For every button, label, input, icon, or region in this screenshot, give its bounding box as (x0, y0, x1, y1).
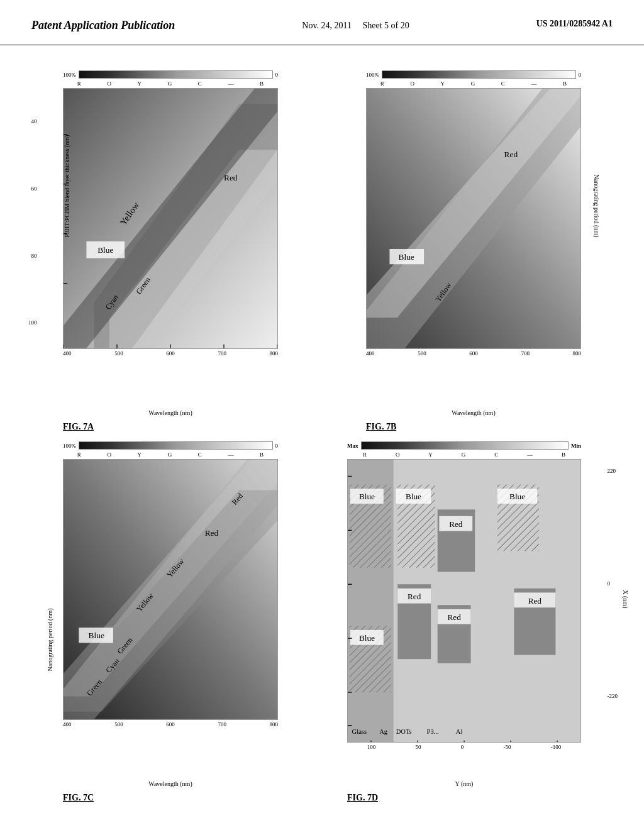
clabel-g-7b: G (471, 80, 475, 87)
clabel-dash-7d: — (527, 451, 533, 458)
publication-title: Patent Application Publication (31, 19, 175, 32)
svg-text:Red: Red (528, 596, 542, 606)
clabel-o-7c: O (107, 451, 111, 458)
colorbar-left-label-7b: 100% (366, 72, 379, 78)
clabel-y-7c: Y (138, 451, 142, 458)
figure-7b-panel: 100% 0 R O Y G C — B (328, 64, 619, 423)
svg-text:Red: Red (408, 592, 421, 601)
plot-7c: Red Yellow Blue Cyan Green Yellow Green … (63, 459, 278, 720)
xaxis-label-7a: Wavelength (nm) (148, 409, 192, 416)
clabel-o-7b: O (410, 80, 414, 87)
yaxis-label-7a: P3HT:PCBM blend layer thickness (nm) (64, 135, 70, 238)
fig-label-7c: FIG. 7C (63, 793, 94, 802)
svg-text:Blue: Blue (359, 492, 375, 501)
ytick-7a-1: 100 (28, 319, 37, 326)
clabel-c-7a: C (198, 80, 202, 87)
clabel-g-7c: G (168, 451, 172, 458)
yaxis-label-7d: X (nm) (622, 590, 629, 608)
clabel-y-7d: Y (428, 451, 433, 458)
clabel-c-7d: C (494, 451, 498, 458)
clabel-r-7d: R (363, 451, 367, 458)
ytick-7a-4: 40 (31, 118, 37, 124)
svg-text:Blue: Blue (509, 492, 525, 501)
figure-7d-panel: Max Min R O Y G C — B (328, 435, 619, 794)
xaxis-label-7c: Wavelength (nm) (148, 780, 192, 787)
clabel-r-7c: R (77, 451, 81, 458)
clabel-c-7b: C (501, 80, 505, 87)
xaxis-label-7b: Wavelength (nm) (452, 409, 495, 416)
clabel-y-7b: Y (441, 80, 445, 87)
publication-date: Nov. 24, 2011 (302, 21, 352, 30)
svg-text:Red: Red (449, 519, 463, 529)
colorbar-right-label-7b: 0 (579, 72, 582, 78)
svg-text:Red: Red (504, 150, 518, 159)
colorbar-right-label-7c: 0 (275, 443, 279, 449)
svg-text:Blue: Blue (406, 492, 421, 501)
fig-label-7a: FIG. 7A (63, 422, 94, 431)
svg-text:P3...: P3... (427, 728, 439, 735)
clabel-c-7c: C (198, 451, 202, 458)
svg-text:Al: Al (456, 728, 463, 735)
svg-text:Glass: Glass (352, 728, 367, 735)
svg-text:Blue: Blue (359, 633, 375, 643)
plot-7d: Blue Blue Blue Red Blue Red (347, 459, 581, 743)
page-header: Patent Application Publication Nov. 24, … (0, 0, 644, 45)
clabel-b-7d: B (562, 451, 565, 458)
xaxis-label-7d: Y (nm) (455, 780, 474, 787)
publication-meta: Nov. 24, 2011 Sheet 5 of 20 (302, 19, 409, 32)
clabel-o-7a: O (107, 80, 111, 87)
plot-7b: Blue Red Yellow (366, 88, 581, 349)
clabel-g-7a: G (168, 80, 172, 87)
clabel-dash-7a: — (228, 80, 233, 87)
colorbar-left-label-7a: 100% (63, 72, 76, 78)
colorbar-right-label-7a: 0 (275, 72, 279, 78)
svg-text:Blue: Blue (399, 252, 414, 262)
yaxis-label-7b: Nanograting period (nm) (594, 175, 601, 238)
figure-7a-panel: 100% 0 R O Y G C — B (25, 64, 316, 423)
svg-text:Ag: Ag (379, 728, 388, 735)
figure-7c-panel: 100% 0 R O Y G C — B (25, 435, 316, 794)
clabel-g-7d: G (462, 451, 466, 458)
patent-number: US 2011/0285942 A1 (536, 19, 613, 29)
clabel-b-7b: B (563, 80, 567, 87)
fig-label-7d: FIG. 7D (347, 793, 378, 802)
clabel-r-7b: R (380, 80, 384, 87)
clabel-dash-7c: — (228, 451, 233, 458)
svg-text:Red: Red (205, 528, 219, 538)
xtick-7a-1: 400 (63, 350, 72, 357)
fig-label-7b: FIG. 7B (366, 422, 396, 431)
svg-text:Blue: Blue (89, 631, 104, 640)
clabel-o-7d: O (396, 451, 400, 458)
colorbar-right-label-7d: Min (571, 443, 581, 449)
clabel-b-7a: B (260, 80, 264, 87)
svg-text:Red: Red (448, 612, 462, 622)
figures-grid: 100% 0 R O Y G C — B (0, 45, 644, 812)
yaxis-label-7c: Nanograting period (nm) (47, 609, 53, 672)
clabel-y-7a: Y (138, 80, 142, 87)
ytick-7a-3: 60 (31, 185, 37, 192)
publication-sheet: Sheet 5 of 20 (362, 21, 409, 30)
colorbar-left-label-7d: Max (347, 443, 358, 449)
ytick-7a-2: 80 (31, 253, 37, 259)
xtick-7a-5: 800 (270, 350, 279, 357)
colorbar-left-label-7c: 100% (63, 443, 76, 449)
svg-text:DOTs: DOTs (396, 728, 412, 735)
clabel-dash-7b: — (531, 80, 536, 87)
clabel-b-7c: B (260, 451, 264, 458)
clabel-r-7a: R (77, 80, 81, 87)
